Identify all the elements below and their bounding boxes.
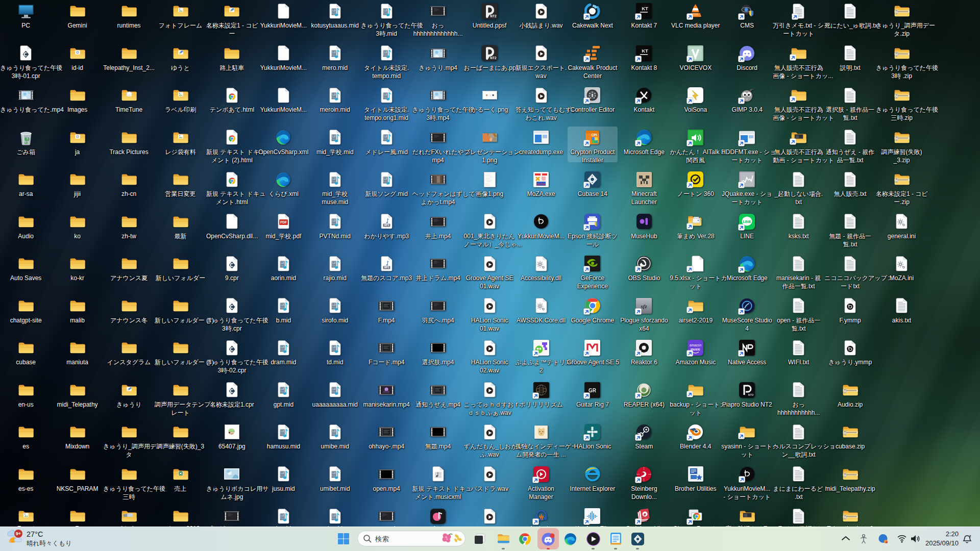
svg-text:KT: KT bbox=[642, 48, 649, 54]
svg-text:KT: KT bbox=[642, 6, 649, 11]
svg-text:amazon: amazon bbox=[690, 343, 702, 347]
svg-text:z: z bbox=[969, 534, 971, 538]
svg-text:LINE: LINE bbox=[743, 219, 751, 223]
svg-text:CPI: CPI bbox=[592, 133, 597, 137]
